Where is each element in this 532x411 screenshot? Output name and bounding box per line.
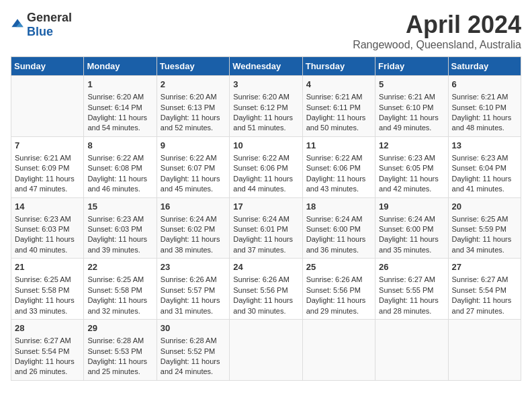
- day-number: 5: [379, 79, 444, 91]
- sunrise: Sunrise: 6:21 AM: [15, 154, 71, 162]
- sunrise: Sunrise: 6:24 AM: [233, 215, 290, 223]
- day-number: 16: [161, 201, 226, 213]
- sunset: Sunset: 6:09 PM: [15, 164, 69, 172]
- daylight: Daylight: 11 hours and 29 minutes.: [306, 296, 366, 314]
- day-number: 24: [233, 261, 298, 273]
- day-number: 19: [379, 201, 444, 213]
- sunset: Sunset: 5:52 PM: [161, 347, 215, 355]
- sunset: Sunset: 5:58 PM: [15, 286, 69, 294]
- sunrise: Sunrise: 6:21 AM: [306, 93, 363, 101]
- week-row: 7Sunrise: 6:21 AMSunset: 6:09 PMDaylight…: [11, 136, 521, 197]
- logo-icon: [11, 18, 24, 32]
- day-number: 26: [379, 261, 444, 273]
- header-row: SundayMondayTuesdayWednesdayThursdayFrid…: [11, 57, 521, 76]
- sunrise: Sunrise: 6:22 AM: [306, 154, 363, 162]
- calendar-cell: 8Sunrise: 6:22 AMSunset: 6:08 PMDaylight…: [84, 136, 157, 197]
- calendar-cell: [11, 76, 84, 137]
- calendar-cell: 22Sunrise: 6:25 AMSunset: 5:58 PMDayligh…: [84, 259, 157, 320]
- location-title: Rangewood, Queensland, Australia: [353, 39, 521, 51]
- daylight: Daylight: 11 hours and 44 minutes.: [233, 175, 293, 193]
- day-number: 15: [87, 201, 152, 213]
- calendar-cell: 4Sunrise: 6:21 AMSunset: 6:11 PMDaylight…: [302, 76, 375, 137]
- sunrise: Sunrise: 6:21 AM: [379, 93, 435, 101]
- sunrise: Sunrise: 6:27 AM: [379, 275, 435, 283]
- calendar-cell: 30Sunrise: 6:28 AMSunset: 5:52 PMDayligh…: [157, 320, 229, 381]
- calendar-cell: 17Sunrise: 6:24 AMSunset: 6:01 PMDayligh…: [230, 197, 302, 259]
- sunset: Sunset: 6:14 PM: [87, 103, 142, 111]
- calendar-cell: [302, 320, 375, 381]
- sunrise: Sunrise: 6:22 AM: [233, 154, 290, 162]
- day-number: 29: [87, 322, 152, 334]
- sunset: Sunset: 6:02 PM: [161, 225, 215, 233]
- sunrise: Sunrise: 6:25 AM: [87, 275, 144, 283]
- day-number: 7: [15, 140, 80, 152]
- daylight: Daylight: 11 hours and 54 minutes.: [87, 113, 147, 132]
- title-area: April 2024 Rangewood, Queensland, Austra…: [353, 11, 521, 51]
- calendar-cell: 23Sunrise: 6:26 AMSunset: 5:57 PMDayligh…: [157, 259, 229, 320]
- day-number: 2: [161, 79, 226, 91]
- sunset: Sunset: 6:05 PM: [379, 164, 433, 172]
- sunrise: Sunrise: 6:22 AM: [161, 154, 217, 162]
- sunrise: Sunrise: 6:27 AM: [452, 275, 508, 283]
- sunrise: Sunrise: 6:23 AM: [379, 154, 435, 162]
- daylight: Daylight: 11 hours and 25 minutes.: [87, 357, 147, 375]
- day-number: 10: [233, 140, 298, 152]
- calendar-cell: [375, 320, 448, 381]
- week-row: 28Sunrise: 6:27 AMSunset: 5:54 PMDayligh…: [11, 320, 521, 381]
- calendar-table: SundayMondayTuesdayWednesdayThursdayFrid…: [11, 56, 521, 381]
- day-number: 21: [15, 261, 80, 273]
- sunset: Sunset: 5:56 PM: [233, 286, 287, 294]
- sunrise: Sunrise: 6:20 AM: [161, 93, 217, 101]
- daylight: Daylight: 11 hours and 45 minutes.: [161, 175, 220, 193]
- calendar-cell: 1Sunrise: 6:20 AMSunset: 6:14 PMDaylight…: [84, 76, 157, 137]
- calendar-cell: 12Sunrise: 6:23 AMSunset: 6:05 PMDayligh…: [375, 136, 448, 197]
- calendar-cell: [230, 320, 302, 381]
- daylight: Daylight: 11 hours and 30 minutes.: [233, 296, 293, 314]
- sunset: Sunset: 5:54 PM: [452, 286, 506, 294]
- logo-text: General Blue: [27, 11, 72, 39]
- day-number: 6: [452, 79, 517, 91]
- sunset: Sunset: 6:00 PM: [379, 225, 433, 233]
- sunrise: Sunrise: 6:24 AM: [306, 215, 363, 223]
- sunset: Sunset: 5:54 PM: [15, 347, 69, 355]
- day-number: 28: [15, 322, 80, 334]
- sunset: Sunset: 6:03 PM: [15, 225, 69, 233]
- header-day: Wednesday: [230, 57, 302, 76]
- sunset: Sunset: 6:00 PM: [306, 225, 361, 233]
- daylight: Daylight: 11 hours and 42 minutes.: [379, 175, 439, 193]
- sunrise: Sunrise: 6:28 AM: [161, 336, 217, 345]
- day-number: 17: [233, 201, 298, 213]
- calendar-cell: 28Sunrise: 6:27 AMSunset: 5:54 PMDayligh…: [11, 320, 84, 381]
- daylight: Daylight: 11 hours and 34 minutes.: [452, 235, 512, 253]
- header-day: Saturday: [448, 57, 521, 76]
- sunset: Sunset: 6:10 PM: [379, 103, 433, 111]
- daylight: Daylight: 11 hours and 33 minutes.: [15, 296, 75, 314]
- daylight: Daylight: 11 hours and 49 minutes.: [379, 113, 439, 132]
- day-number: 22: [87, 261, 152, 273]
- header-day: Sunday: [11, 57, 84, 76]
- sunrise: Sunrise: 6:24 AM: [161, 215, 217, 223]
- day-number: 18: [306, 201, 371, 213]
- day-number: 8: [87, 140, 152, 152]
- sunset: Sunset: 6:04 PM: [452, 164, 506, 172]
- sunrise: Sunrise: 6:20 AM: [233, 93, 290, 101]
- calendar-cell: 27Sunrise: 6:27 AMSunset: 5:54 PMDayligh…: [448, 259, 521, 320]
- sunset: Sunset: 6:10 PM: [452, 103, 506, 111]
- logo: General Blue: [11, 11, 72, 39]
- calendar-cell: 13Sunrise: 6:23 AMSunset: 6:04 PMDayligh…: [448, 136, 521, 197]
- sunset: Sunset: 5:58 PM: [87, 286, 142, 294]
- daylight: Daylight: 11 hours and 39 minutes.: [87, 235, 147, 253]
- sunrise: Sunrise: 6:25 AM: [452, 215, 508, 223]
- daylight: Daylight: 11 hours and 32 minutes.: [87, 296, 147, 314]
- daylight: Daylight: 11 hours and 41 minutes.: [452, 175, 512, 193]
- day-number: 3: [233, 79, 298, 91]
- sunset: Sunset: 6:13 PM: [161, 103, 215, 111]
- sunrise: Sunrise: 6:26 AM: [233, 275, 290, 283]
- sunrise: Sunrise: 6:25 AM: [15, 275, 71, 283]
- daylight: Daylight: 11 hours and 50 minutes.: [306, 113, 366, 132]
- sunrise: Sunrise: 6:23 AM: [87, 215, 144, 223]
- daylight: Daylight: 11 hours and 48 minutes.: [452, 113, 512, 132]
- daylight: Daylight: 11 hours and 31 minutes.: [161, 296, 220, 314]
- sunset: Sunset: 6:11 PM: [306, 103, 361, 111]
- sunset: Sunset: 5:57 PM: [161, 286, 215, 294]
